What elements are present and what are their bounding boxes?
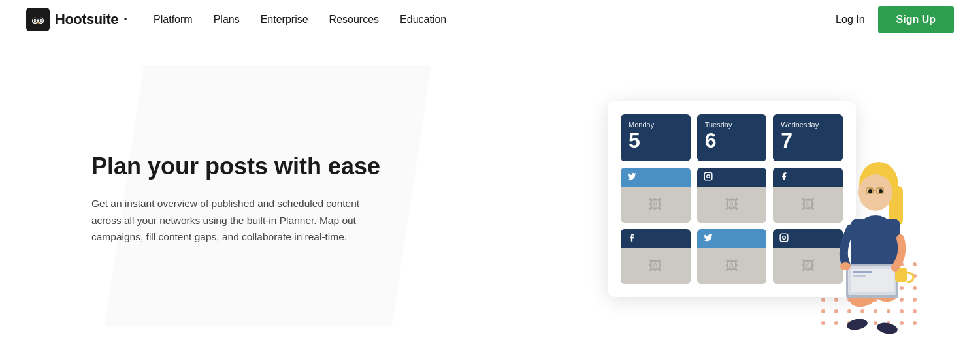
tuesday-post-2: 🖼 (697, 229, 767, 284)
image-placeholder-icon-1: 🖼 (649, 197, 662, 212)
navbar: Hootsuite· Platform Plans Enterprise Res… (0, 0, 980, 39)
logo-text: Hootsuite (55, 11, 118, 28)
image-placeholder-icon-4: 🖼 (725, 258, 738, 273)
monday-column: Monday 5 🖼 (621, 114, 691, 284)
svg-rect-73 (851, 219, 900, 271)
tuesday-number: 6 (705, 130, 759, 151)
svg-rect-81 (853, 271, 872, 273)
tuesday-post-1: 🖼 (697, 168, 767, 223)
main-heading: Plan your posts with ease (91, 153, 392, 180)
navbar-right: Log In Sign Up (836, 6, 954, 33)
tuesday-header: Tuesday 6 (697, 114, 767, 161)
hootsuite-logo-icon (26, 8, 50, 31)
nav-resources[interactable]: Resources (329, 14, 379, 25)
main-section: Plan your posts with ease Get an instant… (0, 39, 980, 359)
tuesday-label: Tuesday (705, 121, 759, 129)
svg-point-8 (41, 19, 42, 20)
character-illustration (810, 153, 941, 349)
signup-button[interactable]: Sign Up (878, 6, 954, 33)
main-description: Get an instant overview of published and… (91, 195, 392, 245)
twitter-header-1 (621, 168, 691, 187)
svg-point-76 (846, 317, 868, 331)
post-image-2: 🖼 (621, 248, 691, 284)
right-content: // dots grid (536, 55, 928, 343)
wednesday-label: Wednesday (781, 121, 835, 129)
login-button[interactable]: Log In (836, 14, 864, 25)
image-placeholder-icon-3: 🖼 (725, 197, 738, 212)
nav-enterprise[interactable]: Enterprise (261, 14, 308, 25)
image-placeholder-icon-2: 🖼 (649, 258, 662, 273)
left-content: Plan your posts with ease Get an instant… (91, 153, 392, 245)
monday-number: 5 (629, 130, 683, 151)
nav-education[interactable]: Education (400, 14, 446, 25)
facebook-header-1 (621, 229, 691, 248)
nav-links: Platform Plans Enterprise Resources Educ… (154, 14, 446, 25)
svg-rect-60 (704, 172, 712, 180)
instagram-header-1 (697, 168, 767, 187)
svg-point-7 (35, 19, 36, 20)
monday-label: Monday (629, 121, 683, 129)
nav-plans[interactable]: Plans (214, 14, 240, 25)
navbar-left: Hootsuite· Platform Plans Enterprise Res… (26, 8, 446, 31)
facebook-icon-1 (627, 233, 636, 244)
nav-platform[interactable]: Platform (154, 14, 193, 25)
monday-header: Monday 5 (621, 114, 691, 161)
tuesday-column: Tuesday 6 🖼 (697, 114, 767, 284)
post-image-3: 🖼 (697, 187, 767, 223)
twitter-icon-2 (704, 233, 713, 244)
svg-rect-82 (853, 275, 866, 277)
svg-rect-0 (26, 8, 50, 31)
svg-point-66 (858, 174, 892, 211)
post-image-1: 🖼 (621, 187, 691, 223)
svg-rect-62 (780, 234, 788, 242)
wednesday-number: 7 (781, 130, 835, 151)
instagram-icon-1 (704, 172, 713, 183)
monday-post-2: 🖼 (621, 229, 691, 284)
post-image-4: 🖼 (697, 248, 767, 284)
monday-post-1: 🖼 (621, 168, 691, 223)
logo[interactable]: Hootsuite· (26, 8, 127, 31)
svg-point-77 (876, 321, 898, 335)
calendar-grid: Monday 5 🖼 (621, 114, 843, 284)
facebook-icon-2 (779, 172, 789, 183)
twitter-header-2 (697, 229, 767, 248)
twitter-icon-1 (627, 172, 636, 183)
svg-point-84 (840, 262, 851, 270)
instagram-icon-2 (779, 233, 789, 244)
